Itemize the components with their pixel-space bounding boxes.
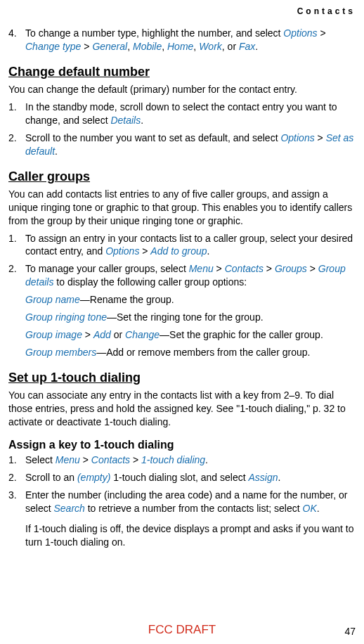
sep: > (318, 27, 326, 39)
text: —Rename the group. (80, 294, 174, 305)
groupimage-link: Group image (25, 329, 82, 340)
text: , (193, 41, 199, 52)
body: Scroll to an (empty) 1-touch dialing slo… (25, 471, 356, 484)
text: to display the following caller group op… (53, 276, 247, 288)
menu-link: Menu (56, 454, 80, 465)
list-item: 1. Select Menu > Contacts > 1-touch dial… (8, 453, 356, 467)
num: 1. (8, 101, 25, 127)
menu-link: Menu (189, 263, 214, 274)
general-link: General (92, 41, 127, 52)
num: 1. (8, 232, 25, 259)
text: . (141, 115, 143, 126)
group-image-option: Group image > Add or Change—Set the grap… (25, 328, 356, 342)
onetouch-heading: Set up 1-touch dialing (8, 369, 356, 386)
sep: > (264, 263, 275, 274)
text: In the standby mode, scroll down to sele… (25, 101, 337, 126)
step4-body: To change a number type, highlight the n… (25, 27, 356, 53)
num: 2. (8, 471, 25, 484)
groups-link: Groups (275, 263, 307, 274)
list-item: 3. Enter the number (including the area … (8, 489, 356, 549)
list-item: 2. To manage your caller groups, select … (8, 262, 356, 289)
text: . (205, 454, 208, 465)
caller-groups-steps: 1. To assign an entry in your contacts l… (8, 232, 356, 290)
text: To manage your caller groups, select (25, 263, 189, 274)
changetype-link: Change type (25, 41, 81, 52)
empty-link: (empty) (77, 472, 110, 483)
text: Scroll to the number you want to set as … (25, 132, 280, 143)
sep: > (139, 245, 150, 257)
contacts-link: Contacts (91, 454, 130, 465)
fax-link: Fax (239, 41, 255, 52)
search-link: Search (53, 503, 84, 514)
home-link: Home (167, 41, 193, 52)
text: . (317, 503, 320, 514)
assign-key-steps: 1. Select Menu > Contacts > 1-touch dial… (8, 453, 356, 548)
text: to retrieve a number from the contacts l… (85, 503, 303, 514)
options-link: Options (280, 132, 314, 143)
sep: > (130, 454, 141, 465)
change-default-steps: 1. In the standby mode, scroll down to s… (8, 101, 356, 158)
header-contacts: Contacts (297, 6, 356, 17)
page-content: 4. To change a number type, highlight th… (8, 27, 356, 549)
text: , (162, 41, 167, 52)
text: 1-touch dialing slot, and select (110, 472, 248, 483)
num: 3. (8, 489, 25, 549)
sep: > (315, 132, 326, 143)
caller-groups-intro: You can add contacts list entries to any… (8, 188, 356, 228)
sep: > (307, 263, 318, 274)
work-link: Work (199, 41, 222, 52)
change-default-intro: You can change the default (primary) num… (8, 83, 356, 96)
onetouch-note: If 1-touch dialing is off, the device di… (25, 522, 356, 549)
contacts-link: Contacts (225, 263, 264, 274)
text: . (278, 472, 281, 483)
assign-key-heading: Assign a key to 1-touch dialing (8, 437, 356, 453)
details-link: Details (110, 115, 141, 126)
body: Select Menu > Contacts > 1-touch dialing… (25, 453, 356, 467)
ok-link: OK (303, 503, 317, 514)
options-link: Options (283, 27, 317, 39)
groupname-link: Group name (25, 294, 80, 305)
text: —Add or remove members from the caller g… (96, 347, 310, 358)
onetouch-link: 1-touch dialing (141, 454, 205, 465)
group-members-option: Group members—Add or remove members from… (25, 346, 356, 359)
assign-link: Assign (249, 472, 278, 483)
step4-num: 4. (8, 27, 25, 53)
text: —Set the graphic for the caller group. (160, 329, 323, 340)
text: or (111, 329, 125, 340)
text: To change a number type, highlight the n… (25, 27, 283, 39)
caller-groups-heading: Caller groups (8, 168, 356, 185)
num: 2. (8, 262, 25, 289)
group-name-option: Group name—Rename the group. (25, 293, 356, 307)
groupringing-link: Group ringing tone (25, 311, 107, 323)
body: In the standby mode, scroll down to sele… (25, 101, 356, 127)
groupmembers-link: Group members (25, 347, 96, 358)
text: —Set the ringing tone for the group. (107, 311, 264, 323)
sep: > (82, 329, 93, 340)
text: . (55, 146, 58, 157)
body: To manage your caller groups, select Men… (25, 262, 356, 289)
change-default-heading: Change default number (8, 63, 356, 80)
onetouch-intro: You can associate any entry in the conta… (8, 389, 356, 429)
sep: > (80, 454, 91, 465)
sep: > (81, 41, 92, 52)
group-ringing-option: Group ringing tone—Set the ringing tone … (25, 311, 356, 324)
mobile-link: Mobile (133, 41, 162, 52)
add-link: Add (93, 329, 111, 340)
step4-item: 4. To change a number type, highlight th… (8, 27, 356, 53)
text: Scroll to an (25, 472, 77, 483)
footer-draft: FCC DRAFT (148, 622, 216, 638)
list-item: 2. Scroll to an (empty) 1-touch dialing … (8, 471, 356, 484)
list-item: 2. Scroll to the number you want to set … (8, 131, 356, 158)
text: . (207, 245, 210, 257)
text: , (127, 41, 133, 52)
body: To assign an entry in your contacts list… (25, 232, 356, 259)
footer-page-number: 47 (344, 625, 356, 638)
body: Enter the number (including the area cod… (25, 489, 356, 549)
list-item: 1. To assign an entry in your contacts l… (8, 232, 356, 259)
num: 1. (8, 453, 25, 467)
text: , or (222, 41, 239, 52)
change-link: Change (125, 329, 160, 340)
text: . (255, 41, 258, 52)
options-link: Options (105, 245, 139, 257)
body: Scroll to the number you want to set as … (25, 131, 356, 158)
